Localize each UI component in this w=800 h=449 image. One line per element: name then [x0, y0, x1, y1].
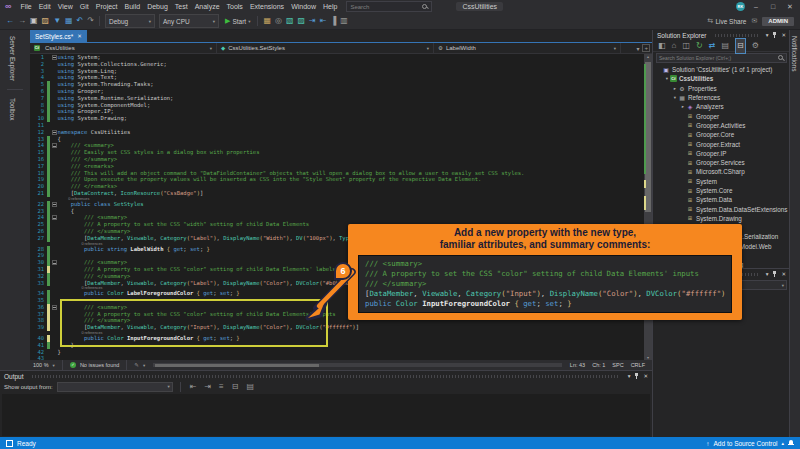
menu-extensions[interactable]: Extensions — [247, 2, 287, 11]
quick-search-box[interactable]: Search — [346, 1, 432, 12]
scroll-up-icon[interactable]: ▴ — [644, 54, 652, 59]
code-line-14[interactable]: 14 /// <summary> — [30, 142, 644, 149]
server-explorer-tab[interactable]: Server Explorer — [9, 30, 16, 87]
show-all-files-icon[interactable]: ▤ — [721, 39, 729, 53]
code-line-7[interactable]: 7using System.Runtime.Serialization; — [30, 95, 644, 102]
comment-selection-icon[interactable]: ▧ — [286, 14, 294, 28]
code-line-23[interactable]: 23 { — [30, 208, 644, 215]
navigate-backward-icon[interactable]: ← — [6, 14, 14, 28]
code-line-10[interactable]: 10using System.Drawing; — [30, 115, 644, 122]
code-line-2[interactable]: 2using System.Collections.Generic; — [30, 61, 644, 68]
pencil-icon[interactable]: ✎ — [134, 362, 139, 368]
navigate-forward-icon[interactable]: → — [18, 14, 26, 28]
tree-item-system-data[interactable]: ⊞System.Data — [653, 195, 790, 204]
bookmark-list-icon[interactable]: ▥ — [340, 14, 348, 28]
fold-collapse-icon[interactable] — [51, 129, 58, 136]
breadcrumb-type-dropdown[interactable]: ◆ CssUtilities.SetStyles ▾ — [217, 43, 434, 53]
fold-collapse-icon[interactable] — [51, 304, 58, 311]
properties-icon[interactable]: ⚙ — [752, 39, 759, 53]
fold-collapse-icon[interactable] — [51, 259, 58, 266]
tree-item-cssutilities[interactable]: ▾C#CssUtilities — [653, 74, 790, 83]
code-line-1[interactable]: 1using System; — [30, 54, 644, 61]
close-button[interactable]: ✕ — [784, 3, 796, 11]
solution-explorer-search-box[interactable]: Search Solution Explorer (Ctrl+;) — [656, 53, 787, 63]
open-file-icon[interactable]: ▨ — [42, 14, 50, 28]
goto-previous-message-icon[interactable]: ⇤ — [190, 380, 197, 394]
switch-views-icon[interactable]: ◧ — [658, 39, 666, 53]
notifications-tab[interactable]: Notifications — [791, 30, 798, 77]
menu-tools[interactable]: Tools — [224, 2, 246, 11]
tree-item-properties[interactable]: ▸⚙Properties — [653, 84, 790, 93]
pin-icon[interactable] — [634, 373, 639, 380]
add-to-source-control-button[interactable]: Add to Source Control — [714, 440, 778, 447]
split-window-icon[interactable]: + — [642, 44, 650, 52]
chevron-down-icon[interactable]: ▾ — [766, 271, 769, 277]
tree-item-system-core[interactable]: ⊞System.Core — [653, 186, 790, 195]
menu-analyze[interactable]: Analyze — [192, 2, 223, 11]
code-line-24[interactable]: 24 /// <summary> — [30, 214, 644, 221]
home-icon[interactable]: ⌂ — [672, 39, 677, 53]
output-content[interactable] — [2, 394, 650, 436]
code-line-11[interactable]: 11 — [30, 122, 644, 129]
close-icon[interactable]: ✕ — [643, 373, 648, 379]
tree-item-grooper-extract[interactable]: ⊞Grooper.Extract — [653, 139, 790, 148]
menu-project[interactable]: Project — [93, 2, 121, 11]
scrollbar-thumb[interactable] — [155, 364, 318, 367]
document-tab-setstyles[interactable]: SetStyles.cs* ✕ — [30, 30, 87, 42]
code-line-9[interactable]: 9using Grooper.IP; — [30, 108, 644, 115]
fold-collapse-icon[interactable] — [51, 142, 58, 149]
save-icon[interactable]: ▼ — [53, 14, 61, 28]
close-icon[interactable]: ✕ — [781, 32, 786, 38]
toggle-output-icon[interactable]: ▤ — [246, 380, 254, 394]
new-project-icon[interactable]: ▣ — [30, 14, 38, 28]
user-avatar[interactable]: RK — [736, 2, 745, 11]
feedback-icon[interactable]: ✉ — [751, 17, 757, 25]
chevron-down-icon[interactable]: ▾ — [766, 32, 769, 38]
start-debugging-button[interactable]: ▶ Start ▾ — [225, 17, 250, 25]
tree-item-analyzers[interactable]: ▸◈Analyzers — [653, 102, 790, 111]
document-list-icon[interactable]: ▾ — [636, 45, 639, 52]
solution-configuration-dropdown[interactable]: Debug ▾ — [105, 14, 155, 28]
code-line-19[interactable]: 19 /// Upon execute the property values … — [30, 176, 644, 183]
toolbox-tab[interactable]: Toolbox — [9, 92, 16, 126]
code-line-6[interactable]: 6using Grooper; — [30, 88, 644, 95]
bookmark-icon[interactable]: ▐ — [330, 14, 336, 28]
code-line-8[interactable]: 8using System.ComponentModel; — [30, 102, 644, 109]
find-in-files-icon[interactable]: ◎ — [275, 14, 282, 28]
indent-decrease-icon[interactable]: ⇤ — [320, 14, 327, 28]
spaces-indicator[interactable]: SPC — [612, 362, 623, 368]
editor-horizontal-scrollbar[interactable] — [153, 363, 562, 367]
code-line-16[interactable]: 16 /// </summary> — [30, 156, 644, 163]
menu-window[interactable]: Window — [288, 2, 319, 11]
notifications-bell-icon[interactable] — [788, 440, 794, 447]
goto-next-message-icon[interactable]: ⇥ — [204, 380, 211, 394]
tree-item-microsoft-csharp[interactable]: ⊞Microsoft.CSharp — [653, 167, 790, 176]
menu-test[interactable]: Test — [172, 2, 191, 11]
zoom-level-dropdown[interactable]: 100 % — [33, 362, 49, 368]
breadcrumb-project-dropdown[interactable]: C# CssUtilities ▾ — [30, 43, 217, 53]
menu-git[interactable]: Git — [77, 2, 92, 11]
output-source-dropdown[interactable]: ▾ — [57, 382, 173, 392]
code-line-17[interactable]: 17 /// <remarks> — [30, 163, 644, 170]
menu-help[interactable]: Help — [320, 2, 340, 11]
chevron-down-icon[interactable]: ▾ — [628, 373, 631, 379]
code-line-22[interactable]: 22 public class SetStyles — [30, 201, 644, 208]
uncomment-selection-icon[interactable]: ▨ — [298, 14, 306, 28]
tree-item-system-data-datasetextensions[interactable]: ⊞System.Data.DataSetExtensions — [653, 204, 790, 213]
redo-icon[interactable]: ↷ — [87, 14, 94, 28]
refresh-icon[interactable]: ↻ — [696, 39, 703, 53]
indent-increase-icon[interactable]: ⇥ — [309, 14, 316, 28]
menu-debug[interactable]: Debug — [144, 2, 171, 11]
breadcrumb-member-dropdown[interactable]: ⚙ LabelWidth ▾ — [434, 43, 621, 53]
code-line-21[interactable]: 21 [DataContract, IconResource("CssBadge… — [30, 190, 644, 197]
code-line-15[interactable]: 15 /// Easily set CSS styles in a dialog… — [30, 149, 644, 156]
live-unit-testing-icon[interactable]: ▦ — [263, 14, 271, 28]
code-line-20[interactable]: 20 /// </remarks> — [30, 183, 644, 190]
code-line-3[interactable]: 3using System.Linq; — [30, 68, 644, 75]
code-line-13[interactable]: 13{ — [30, 136, 644, 143]
tree-item-grooper-services[interactable]: ⊞Grooper.Services — [653, 158, 790, 167]
tree-item-references[interactable]: ▾▦References — [653, 93, 790, 102]
tree-item-grooper-activities[interactable]: ⊞Grooper.Activities — [653, 121, 790, 130]
collapse-all-icon[interactable]: ⊟ — [735, 38, 746, 54]
tree-item-solution-cssutilities-1-of-1-project[interactable]: ▣Solution 'CssUtilities' (1 of 1 project… — [653, 65, 790, 74]
